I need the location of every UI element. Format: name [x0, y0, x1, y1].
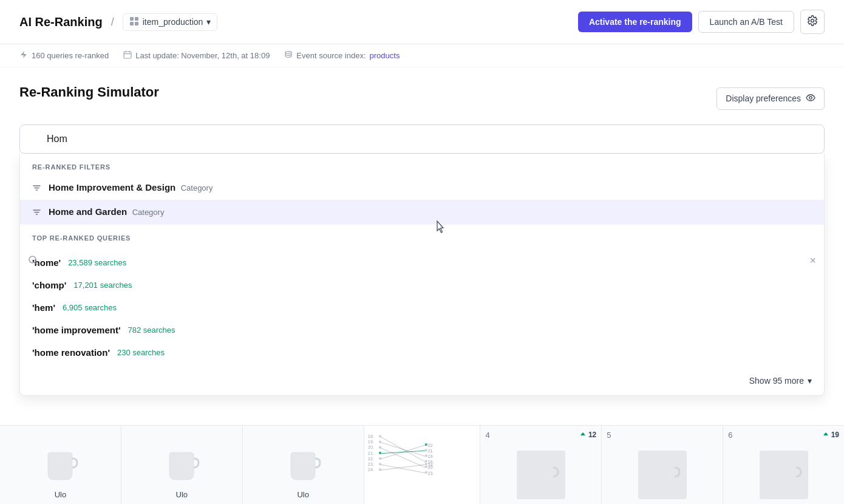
filter-name-bold: Home Improvement & Design [49, 182, 175, 192]
show-more-button[interactable]: Show 95 more ▾ [749, 376, 812, 386]
svg-text:23.: 23. [367, 461, 373, 467]
display-preferences-button[interactable]: Display preferences [716, 87, 825, 110]
svg-rect-36 [425, 460, 427, 463]
event-source-label: Event source index: [296, 51, 366, 60]
filter-item-name: Home Improvement & Design Category [49, 182, 213, 193]
show-more-label: Show 95 more [749, 376, 804, 386]
header-left: AI Re-Ranking / item_production ▾ [19, 13, 217, 31]
card-name-2: Ulo [176, 490, 188, 499]
filter-item-home-garden[interactable]: Home and Garden Category [20, 200, 824, 224]
svg-line-19 [380, 445, 424, 459]
product-image-2 [163, 449, 200, 483]
event-source-value: products [370, 51, 400, 60]
product-image-3 [285, 449, 321, 483]
svg-rect-37 [425, 455, 427, 457]
svg-rect-2 [130, 22, 134, 26]
svg-text:21.: 21. [427, 448, 434, 454]
chevron-down-icon-show-more: ▾ [808, 376, 812, 386]
product-image-1 [42, 449, 78, 483]
svg-text:18.: 18. [367, 434, 373, 439]
filter-icon [32, 183, 41, 192]
svg-point-5 [285, 52, 291, 54]
svg-rect-38 [425, 466, 427, 468]
product-card-7: 6 19 [723, 426, 844, 504]
svg-rect-1 [135, 17, 138, 21]
gear-icon [807, 15, 818, 29]
product-image-5 [517, 451, 565, 499]
title-row: Re-Ranking Simulator Display preferences [19, 84, 825, 112]
app-header: AI Re-Ranking / item_production ▾ Activa… [0, 0, 844, 44]
svg-text:23.: 23. [427, 471, 434, 476]
query-item-home-improvement[interactable]: 'home improvement' 782 searches [20, 319, 824, 341]
last-update-item: Last update: November, 12th, at 18:09 [123, 50, 270, 61]
filter-item-home-improvement[interactable]: Home Improvement & Design Category [20, 175, 824, 200]
index-selector[interactable]: item_production ▾ [123, 13, 218, 31]
top-queries-label: TOP RE-RANKED QUERIES [20, 225, 824, 247]
display-prefs-label: Display preferences [726, 94, 801, 103]
filter-name-bold-2: Home and Garden [49, 206, 127, 217]
svg-point-7 [29, 256, 36, 263]
app-title: AI Re-Ranking [19, 15, 103, 29]
card-7-number: 6 [728, 431, 732, 440]
rank-chart: 18. 19. 20. 21. 22. 23. 24. 18. 19. 20. … [367, 428, 478, 502]
card-name-3: Ulo [297, 490, 309, 499]
svg-rect-4 [124, 52, 131, 58]
query-item-home[interactable]: 'home' 23,589 searches [20, 251, 824, 274]
index-name: item_production [143, 17, 203, 27]
sub-header: 160 queries re-ranked Last update: Novem… [0, 44, 844, 67]
search-input[interactable] [19, 124, 825, 154]
svg-line-20 [380, 465, 424, 473]
search-clear-button[interactable]: × [809, 255, 816, 266]
database-icon [284, 50, 293, 61]
reranked-filters-label: RE-RANKED FILTERS [20, 154, 824, 175]
product-card-1: Ulo [0, 426, 121, 504]
header-divider: / [111, 16, 114, 29]
svg-rect-41 [425, 471, 427, 474]
product-card-chart: 18. 19. 20. 21. 22. 23. 24. 18. 19. 20. … [364, 426, 481, 504]
svg-text:22.: 22. [367, 456, 373, 461]
svg-rect-31 [379, 446, 381, 449]
svg-text:21.: 21. [367, 451, 373, 456]
card-5-number: 4 [485, 431, 489, 440]
svg-text:19.: 19. [367, 439, 373, 444]
show-more-row: Show 95 more ▾ [20, 369, 824, 395]
svg-rect-29 [379, 435, 381, 438]
product-card-6: 5 [602, 426, 723, 504]
main-content: Re-Ranking Simulator Display preferences… [0, 67, 844, 413]
svg-text:24.: 24. [427, 462, 434, 468]
svg-line-21 [380, 465, 424, 470]
search-container: × RE-RANKED FILTERS Home Improvement & D… [19, 124, 825, 396]
svg-rect-42 [425, 463, 427, 465]
filter-item-name-2: Home and Garden Category [49, 206, 164, 217]
product-card-5: 4 12 [480, 426, 602, 504]
svg-rect-32 [379, 452, 381, 454]
svg-rect-0 [130, 17, 134, 21]
product-card-2: Ulo [121, 426, 243, 504]
activate-reranking-button[interactable]: Activate the re-ranking [578, 12, 692, 32]
chevron-down-icon: ▾ [206, 17, 211, 27]
card-5-badge: 12 [579, 431, 596, 439]
card-7-badge: 19 [822, 431, 839, 439]
query-item-chomp[interactable]: 'chomp' 17,201 searches [20, 274, 824, 296]
svg-point-6 [809, 96, 812, 98]
launch-ab-test-button[interactable]: Launch an A/B Test [698, 11, 794, 33]
search-icon [28, 255, 39, 266]
card-6-number: 5 [607, 431, 611, 440]
bolt-icon [19, 50, 28, 61]
svg-line-16 [380, 443, 424, 457]
grid-icon [129, 16, 139, 28]
svg-rect-3 [135, 22, 138, 26]
svg-text:20.: 20. [367, 444, 373, 450]
svg-text:19.: 19. [427, 454, 434, 459]
settings-button[interactable] [800, 10, 825, 34]
query-item-hem[interactable]: 'hem' 6,905 searches [20, 296, 824, 319]
product-image-6 [638, 451, 687, 499]
product-cards-row: Ulo Ulo Ulo 18. 19. 20. 21. 22. 2 [0, 425, 844, 504]
svg-text:24.: 24. [367, 467, 373, 472]
svg-rect-30 [379, 441, 381, 443]
svg-rect-34 [379, 463, 381, 465]
query-item-home-renovation[interactable]: 'home renovation' 230 searches [20, 341, 824, 364]
product-image-7 [760, 451, 808, 499]
svg-rect-35 [379, 468, 381, 471]
page-title: Re-Ranking Simulator [19, 84, 159, 100]
